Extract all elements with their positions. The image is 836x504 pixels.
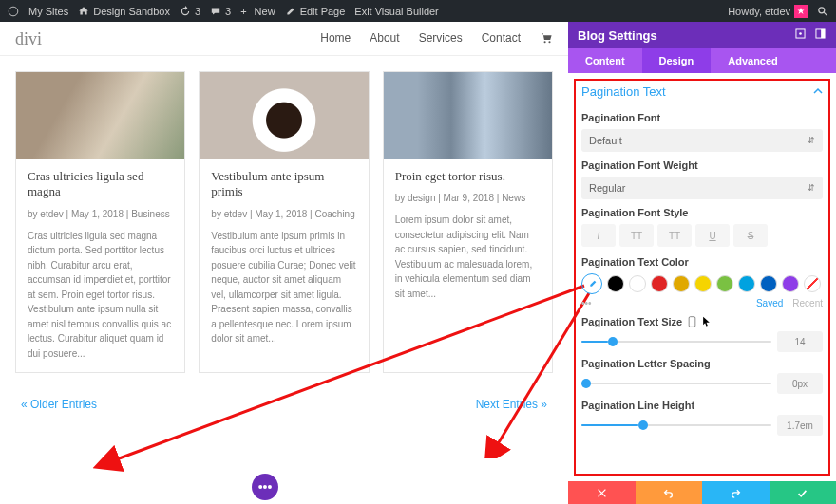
field-label: Pagination Text Color xyxy=(581,256,823,268)
color-swatch-none[interactable] xyxy=(804,275,821,292)
section-title[interactable]: Pagination Text xyxy=(581,84,666,99)
svg-point-7 xyxy=(799,32,802,35)
post-thumbnail xyxy=(200,72,368,159)
post-excerpt: Vestibulum ante ipsum primis in faucibus… xyxy=(211,229,356,346)
color-dropper-icon[interactable] xyxy=(581,273,602,294)
font-style-underline[interactable]: U xyxy=(695,224,730,247)
font-style-smallcaps[interactable]: TT xyxy=(657,224,692,247)
blog-post-card[interactable]: Cras ultricies ligula sed magna by etdev… xyxy=(15,71,185,373)
phone-icon[interactable] xyxy=(688,316,696,327)
blog-post-card[interactable]: Proin eget tortor risus. by design | Mar… xyxy=(383,71,553,373)
svg-point-1 xyxy=(819,7,825,12)
howdy-user[interactable]: Howdy, etdev xyxy=(728,5,808,18)
svg-point-2 xyxy=(544,41,546,43)
post-meta: by etdev | May 1, 2018 | Business xyxy=(28,208,173,221)
color-swatch[interactable] xyxy=(716,275,733,292)
cart-icon[interactable] xyxy=(540,31,553,47)
font-style-uppercase[interactable]: TT xyxy=(619,224,654,247)
nav-services[interactable]: Services xyxy=(419,31,463,47)
edit-page[interactable]: Edit Page xyxy=(285,6,346,17)
line-height-value[interactable]: 1.7em xyxy=(777,415,823,436)
older-entries-link[interactable]: « Older Entries xyxy=(21,398,97,411)
post-meta: by etdev | May 1, 2018 | Coaching xyxy=(211,208,356,221)
updates-count[interactable]: 3 xyxy=(180,6,200,17)
panel-title: Blog Settings xyxy=(578,28,657,43)
post-title: Vestibulum ante ipsum primis xyxy=(211,169,356,200)
field-label: Pagination Line Height xyxy=(581,400,694,411)
field-label: Pagination Font Weight xyxy=(581,159,823,171)
undo-button[interactable] xyxy=(636,481,703,504)
wp-logo[interactable] xyxy=(8,6,19,17)
close-button[interactable] xyxy=(568,481,636,504)
field-label: Pagination Font xyxy=(581,112,823,123)
color-swatch[interactable] xyxy=(782,275,799,292)
tab-content[interactable]: Content xyxy=(568,48,642,73)
caret-icon: ⇵ xyxy=(808,136,815,145)
font-style-strike[interactable]: S xyxy=(733,224,768,247)
post-excerpt: Lorem ipsum dolor sit amet, consectetur … xyxy=(395,213,541,301)
post-excerpt: Cras ultricies ligula sed magna dictum p… xyxy=(28,229,173,362)
post-title: Proin eget tortor risus. xyxy=(395,169,541,184)
saved-colors-link[interactable]: Saved xyxy=(756,298,783,308)
nav-contact[interactable]: Contact xyxy=(482,31,521,47)
color-swatch[interactable] xyxy=(694,275,712,292)
avatar-icon xyxy=(794,5,808,18)
chevron-up-icon[interactable] xyxy=(813,84,823,99)
font-style-italic[interactable]: I xyxy=(581,224,616,247)
color-swatch[interactable] xyxy=(673,275,690,292)
svg-point-0 xyxy=(9,7,18,16)
field-label: Pagination Text Size xyxy=(581,316,682,327)
color-swatch[interactable] xyxy=(738,275,755,292)
nav-home[interactable]: Home xyxy=(320,31,351,47)
tab-advanced[interactable]: Advanced xyxy=(711,48,795,73)
post-thumbnail xyxy=(384,72,552,159)
field-label: Pagination Letter Spacing xyxy=(581,358,711,369)
svg-point-3 xyxy=(548,41,550,43)
svg-rect-10 xyxy=(689,317,695,327)
cursor-icon xyxy=(702,316,711,327)
color-swatch[interactable] xyxy=(651,275,668,292)
site-name[interactable]: Design Sandbox xyxy=(78,6,170,17)
my-sites[interactable]: My Sites xyxy=(28,6,68,17)
color-swatch[interactable] xyxy=(760,275,777,292)
field-label: Pagination Font Style xyxy=(581,207,823,218)
divi-fab-button[interactable]: ••• xyxy=(252,474,278,500)
new-content[interactable]: +New xyxy=(240,6,275,17)
pagination-font-select[interactable]: Default⇵ xyxy=(581,129,823,152)
collapse-icon[interactable] xyxy=(814,28,826,43)
text-size-value[interactable]: 14 xyxy=(777,331,823,352)
letter-spacing-value[interactable]: 0px xyxy=(777,373,823,394)
search-icon[interactable] xyxy=(817,6,828,17)
post-meta: by design | Mar 9, 2018 | News xyxy=(395,192,541,205)
svg-rect-9 xyxy=(821,29,825,38)
post-thumbnail xyxy=(16,72,184,159)
text-size-slider[interactable] xyxy=(581,334,771,349)
color-swatch[interactable] xyxy=(629,275,646,292)
recent-colors-link[interactable]: Recent xyxy=(792,298,823,308)
next-entries-link[interactable]: Next Entries » xyxy=(476,398,547,411)
letter-spacing-slider[interactable] xyxy=(581,376,771,391)
expand-icon[interactable] xyxy=(794,28,807,43)
exit-visual-builder[interactable]: Exit Visual Builder xyxy=(354,6,438,17)
tab-design[interactable]: Design xyxy=(642,48,712,73)
save-button[interactable] xyxy=(770,481,837,504)
color-swatch[interactable] xyxy=(607,275,624,292)
blog-post-card[interactable]: Vestibulum ante ipsum primis by etdev | … xyxy=(199,71,369,373)
line-height-slider[interactable] xyxy=(581,418,771,433)
caret-icon: ⇵ xyxy=(808,183,815,193)
redo-button[interactable] xyxy=(702,481,770,504)
nav-about[interactable]: About xyxy=(370,31,399,47)
more-colors-icon[interactable]: ••• xyxy=(581,298,592,308)
post-title: Cras ultricies ligula sed magna xyxy=(28,169,173,200)
dots-icon: ••• xyxy=(258,480,273,494)
pagination-font-weight-select[interactable]: Regular⇵ xyxy=(581,177,823,199)
site-logo[interactable]: divi xyxy=(15,29,42,49)
comments-count[interactable]: 3 xyxy=(210,6,231,17)
